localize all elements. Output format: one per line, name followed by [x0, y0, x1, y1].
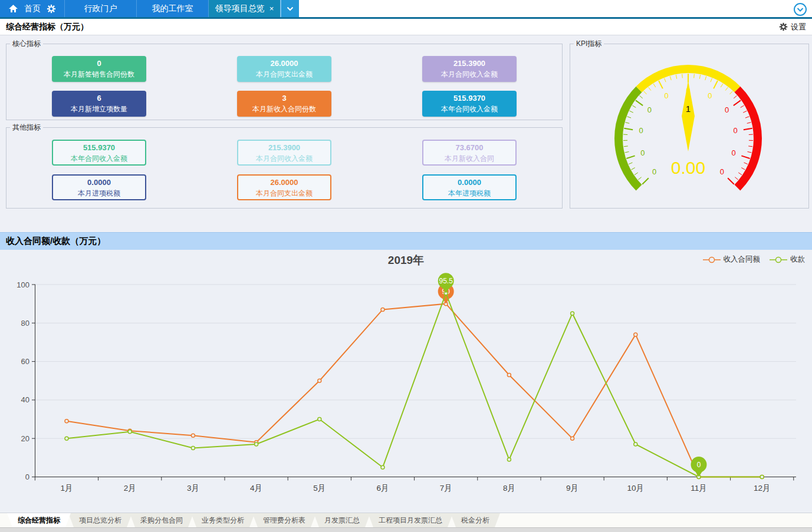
chevron-down-icon: [286, 5, 294, 12]
card-value: 0.0000: [423, 178, 515, 187]
nav-tab-label: 领导项目总览: [215, 4, 265, 14]
svg-text:4月: 4月: [250, 484, 262, 493]
svg-text:0: 0: [652, 167, 656, 176]
svg-text:40: 40: [21, 395, 29, 404]
card-label: 本月新收入合同: [423, 154, 515, 164]
svg-text:0: 0: [720, 167, 724, 176]
card-value: 3: [237, 94, 331, 103]
card-value: 215.3900: [422, 59, 517, 68]
card-label: 本年合同收入金额: [53, 154, 145, 164]
svg-text:0: 0: [640, 148, 645, 157]
svg-text:0: 0: [639, 126, 643, 135]
home-icon: [8, 4, 18, 13]
settings-button[interactable]: 设置: [779, 22, 806, 32]
tab-list-dropdown-button[interactable]: [280, 0, 299, 17]
card-label: 本月新收入合同份数: [237, 104, 331, 114]
bottom-tab-7[interactable]: 工程项目月发票汇总: [368, 513, 453, 527]
card-label: 本月新签销售合同份数: [52, 70, 146, 80]
card-label: 本年进项税额: [423, 189, 515, 199]
indicator-card: 515.9370本年合同收入金额: [52, 140, 146, 166]
chart-area: 2019年 收入合同额收款 0204060801001月2月3月4月5月6月7月…: [0, 250, 812, 513]
indicator-card: 0本月新签销售合同份数: [52, 56, 146, 82]
svg-text:12月: 12月: [754, 484, 771, 493]
svg-text:1: 1: [686, 104, 691, 114]
nav-tab-2[interactable]: 我的工作室: [136, 0, 208, 17]
nav-tabs: 行政门户我的工作室领导项目总览×: [64, 0, 280, 17]
card-value: 215.3900: [238, 143, 330, 152]
card-label: 本月新增立项数量: [52, 104, 146, 114]
card-label: 本月合同收入金额: [422, 70, 517, 80]
chart-section-header: 收入合同额/收款（万元）: [0, 232, 812, 250]
chart-section-title: 收入合同额/收款（万元）: [6, 236, 106, 247]
svg-text:0: 0: [25, 472, 29, 481]
collapse-nav-button[interactable]: [793, 2, 807, 19]
bottom-tab-strip: 综合经营指标项目总览分析采购分包合同业务类型分析管理费分析表月发票汇总工程项目月…: [0, 513, 812, 527]
bottom-tab-4[interactable]: 业务类型分析: [191, 513, 255, 527]
indicator-panels: 核心指标 0本月新签销售合同份数26.0000本月合同支出金额215.3900本…: [6, 39, 563, 210]
svg-text:9月: 9月: [566, 484, 578, 493]
tab-close-icon[interactable]: ×: [269, 4, 274, 13]
svg-text:0: 0: [733, 126, 737, 135]
svg-text:8月: 8月: [503, 484, 515, 493]
indicator-card: 3本月新收入合同份数: [237, 91, 331, 117]
indicator-card: 0.0000本月进项税额: [52, 174, 146, 200]
svg-text:80: 80: [21, 319, 29, 328]
svg-text:10月: 10月: [627, 484, 645, 493]
svg-text:0: 0: [708, 91, 712, 100]
bottom-tab-1[interactable]: 综合经营指标: [7, 513, 71, 527]
settings-label: 设置: [791, 22, 806, 32]
settings-gear-icon: [779, 22, 788, 31]
gauge-needle: [682, 81, 695, 151]
home-button[interactable]: 首页: [0, 0, 64, 17]
nav-gear-icon[interactable]: [47, 4, 56, 14]
card-value: 26.0000: [237, 59, 331, 68]
svg-text:0: 0: [731, 148, 735, 157]
indicator-card: 26.0000本月合同支出金额: [237, 174, 331, 200]
svg-text:2月: 2月: [124, 484, 136, 493]
kpi-panel-title: KPI指标: [574, 39, 604, 49]
page-title: 综合经营指标（万元）: [6, 22, 88, 32]
svg-text:5月: 5月: [313, 484, 326, 493]
core-indicators-panel: 核心指标 0本月新签销售合同份数26.0000本月合同支出金额215.3900本…: [6, 39, 563, 120]
card-label: 本月进项税额: [53, 189, 145, 199]
bottom-tab-2[interactable]: 项目总览分析: [68, 513, 132, 527]
indicator-card: 26.0000本月合同支出金额: [237, 56, 331, 82]
other-panel-title: 其他指标: [10, 123, 43, 133]
bottom-tab-6[interactable]: 月发票汇总: [314, 513, 370, 527]
nav-tab-label: 我的工作室: [152, 4, 193, 14]
top-nav-bar: 首页 行政门户我的工作室领导项目总览×: [0, 0, 812, 19]
svg-text:0: 0: [697, 461, 701, 469]
card-value: 26.0000: [238, 178, 330, 187]
bottom-tab-8[interactable]: 税金分析: [451, 513, 500, 527]
home-label: 首页: [24, 4, 41, 14]
other-indicators-panel: 其他指标 515.9370本年合同收入金额215.3900本月合同收入金额73.…: [6, 123, 563, 209]
indicator-card: 215.3900本月合同收入金额: [422, 56, 517, 82]
svg-text:100: 100: [17, 280, 29, 289]
svg-text:60: 60: [21, 357, 29, 366]
section-header: 综合经营指标（万元） 设置: [0, 19, 812, 35]
bottom-scrollbar[interactable]: [0, 527, 812, 532]
bottom-tab-3[interactable]: 采购分包合同: [130, 513, 193, 527]
card-value: 73.6700: [423, 143, 515, 152]
card-value: 0: [52, 59, 146, 68]
svg-text:20: 20: [21, 434, 29, 443]
card-value: 515.9370: [53, 143, 145, 152]
card-value: 0.0000: [53, 178, 145, 187]
indicator-card: 73.6700本月新收入合同: [422, 140, 517, 166]
nav-tab-1[interactable]: 行政门户: [64, 0, 136, 17]
indicator-card: 6本月新增立项数量: [52, 91, 146, 117]
line-chart: 0204060801001月2月3月4月5月6月7月8月9月10月11月12月9…: [0, 250, 812, 513]
card-label: 本月合同支出金额: [238, 189, 330, 199]
indicator-card: 215.3900本月合同收入金额: [237, 140, 331, 166]
svg-text:6月: 6月: [376, 484, 389, 493]
bottom-tab-5[interactable]: 管理费分析表: [252, 513, 316, 527]
card-label: 本年合同收入金额: [422, 104, 517, 114]
card-label: 本月合同支出金额: [237, 70, 331, 80]
svg-text:95.5: 95.5: [439, 277, 453, 285]
circle-chevron-down-icon: [793, 2, 807, 16]
card-value: 6: [52, 94, 146, 103]
nav-tab-label: 行政门户: [84, 4, 117, 14]
kpi-gauge: 0000000000010.00: [570, 49, 806, 203]
indicators-region: 核心指标 0本月新签销售合同份数26.0000本月合同支出金额215.3900本…: [0, 35, 812, 210]
nav-tab-3[interactable]: 领导项目总览×: [208, 0, 280, 17]
